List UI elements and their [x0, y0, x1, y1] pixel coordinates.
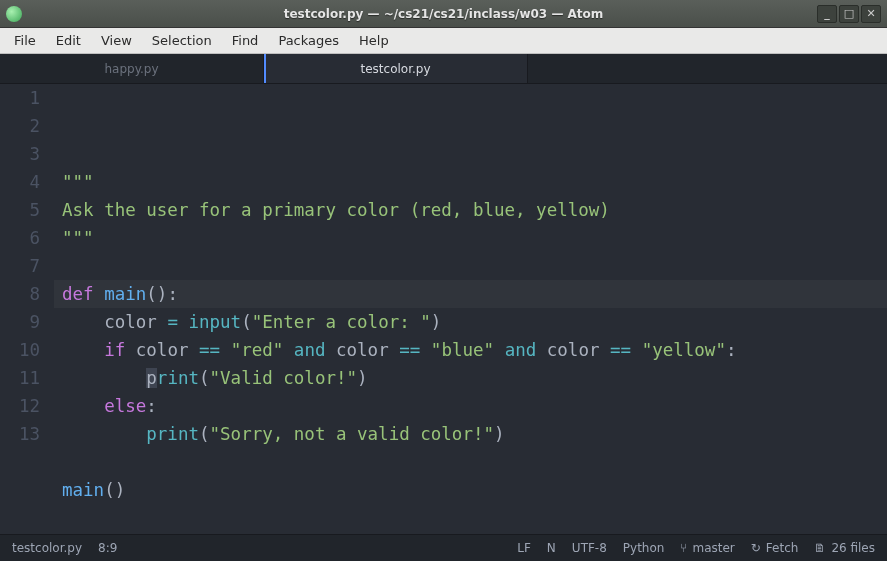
status-fetch-label: Fetch: [766, 541, 799, 555]
tab-label: happy.py: [104, 62, 158, 76]
line-number: 1: [0, 84, 40, 112]
line-number: 5: [0, 196, 40, 224]
code-line[interactable]: def main():: [62, 280, 887, 308]
menu-packages[interactable]: Packages: [268, 30, 349, 51]
line-number: 7: [0, 252, 40, 280]
line-number: 2: [0, 112, 40, 140]
status-grammar[interactable]: Python: [623, 541, 665, 555]
git-branch-icon: ⑂: [680, 541, 687, 555]
code-line[interactable]: color = input("Enter a color: "): [62, 308, 887, 336]
code-line[interactable]: [62, 448, 887, 476]
status-file[interactable]: testcolor.py: [12, 541, 82, 555]
minimize-button[interactable]: _: [817, 5, 837, 23]
menu-help[interactable]: Help: [349, 30, 399, 51]
code-line[interactable]: """: [62, 224, 887, 252]
code-line[interactable]: print("Sorry, not a valid color!"): [62, 420, 887, 448]
line-number: 3: [0, 140, 40, 168]
code-line[interactable]: """: [62, 168, 887, 196]
status-git-fetch[interactable]: ↻ Fetch: [751, 541, 799, 555]
tab-label: testcolor.py: [360, 62, 430, 76]
line-number: 11: [0, 364, 40, 392]
line-number: 10: [0, 336, 40, 364]
refresh-icon: ↻: [751, 541, 761, 555]
status-files-label: 26 files: [831, 541, 875, 555]
editor[interactable]: 12345678910111213 """Ask the user for a …: [0, 84, 887, 534]
status-branch-label: master: [692, 541, 734, 555]
statusbar: testcolor.py 8:9 LF N UTF-8 Python ⑂ mas…: [0, 534, 887, 561]
menu-selection[interactable]: Selection: [142, 30, 222, 51]
status-line-ending[interactable]: LF: [517, 541, 531, 555]
line-number: 6: [0, 224, 40, 252]
menubar: File Edit View Selection Find Packages H…: [0, 28, 887, 54]
window-title: testcolor.py — ~/cs21/cs21/inclass/w03 —…: [284, 7, 604, 21]
code-line[interactable]: [62, 252, 887, 280]
code-area[interactable]: """Ask the user for a primary color (red…: [54, 84, 887, 534]
status-encoding[interactable]: UTF-8: [572, 541, 607, 555]
gutter: 12345678910111213: [0, 84, 54, 534]
code-line[interactable]: print("Valid color!"): [62, 364, 887, 392]
close-button[interactable]: ✕: [861, 5, 881, 23]
line-number: 8: [0, 280, 40, 308]
line-number: 9: [0, 308, 40, 336]
tab-testcolor[interactable]: testcolor.py: [264, 54, 528, 83]
line-number: 13: [0, 420, 40, 448]
window-controls: _ □ ✕: [817, 5, 881, 23]
line-number: 12: [0, 392, 40, 420]
menu-file[interactable]: File: [4, 30, 46, 51]
status-git-branch[interactable]: ⑂ master: [680, 541, 734, 555]
tabbar: happy.py testcolor.py: [0, 54, 887, 84]
code-line[interactable]: [62, 504, 887, 532]
menu-find[interactable]: Find: [222, 30, 269, 51]
code-line[interactable]: else:: [62, 392, 887, 420]
status-position[interactable]: 8:9: [98, 541, 117, 555]
status-n[interactable]: N: [547, 541, 556, 555]
tab-happy[interactable]: happy.py: [0, 54, 264, 83]
code-line[interactable]: main(): [62, 476, 887, 504]
menu-view[interactable]: View: [91, 30, 142, 51]
file-icon: 🗎: [814, 541, 826, 555]
line-number: 4: [0, 168, 40, 196]
app-icon: [6, 6, 22, 22]
code-line[interactable]: if color == "red" and color == "blue" an…: [62, 336, 887, 364]
code-line[interactable]: Ask the user for a primary color (red, b…: [62, 196, 887, 224]
menu-edit[interactable]: Edit: [46, 30, 91, 51]
status-files[interactable]: 🗎 26 files: [814, 541, 875, 555]
window-titlebar: testcolor.py — ~/cs21/cs21/inclass/w03 —…: [0, 0, 887, 28]
maximize-button[interactable]: □: [839, 5, 859, 23]
